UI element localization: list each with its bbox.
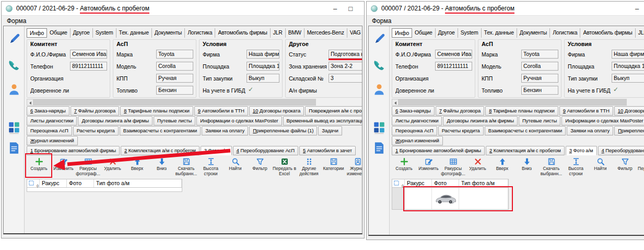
field-value[interactable]: Площадка 1 xyxy=(612,62,644,71)
phone-icon[interactable] xyxy=(7,59,21,72)
toolbar-button[interactable]: Передать в Excel xyxy=(637,157,644,177)
sub-tab[interactable]: Путевые листы xyxy=(519,116,560,126)
column-header-type[interactable]: Тип фото а/м xyxy=(94,179,182,187)
minimize-button[interactable]: – xyxy=(333,5,337,13)
toolbar-button[interactable]: Фильтр xyxy=(613,157,637,172)
field-value[interactable]: Бензин xyxy=(156,86,193,95)
table-row[interactable] xyxy=(392,188,509,210)
top-tab[interactable]: Логистика xyxy=(185,28,215,38)
row-header-cell[interactable] xyxy=(392,188,405,209)
toolbar-button[interactable]: Ракурсы фотограф... xyxy=(76,157,100,177)
top-tab[interactable]: BMW xyxy=(286,28,305,38)
pen-icon[interactable] xyxy=(7,32,21,46)
table-view-icon[interactable]: 0 xyxy=(392,179,405,187)
scroll-left-icon[interactable] xyxy=(392,99,399,106)
field-value[interactable]: Toyota xyxy=(521,50,558,59)
menu-item-forma[interactable]: Форма xyxy=(7,17,26,25)
field-value[interactable]: Наша фирма 1 xyxy=(612,50,644,59)
pen-icon[interactable] xyxy=(372,32,386,46)
toolbar-button[interactable]: Другие действия xyxy=(297,157,321,177)
toolbar-button[interactable]: Высота строки xyxy=(564,157,588,177)
field-value[interactable]: Бензин xyxy=(521,86,558,95)
top-tab[interactable]: Автомобиль фирмы xyxy=(215,28,270,38)
field-value[interactable] xyxy=(329,86,362,95)
toolbar-button[interactable]: Вниз xyxy=(149,157,174,172)
field-value[interactable]: Выкуп xyxy=(247,74,279,83)
column-header-photo[interactable]: Фото xyxy=(432,179,459,187)
toolbar-button[interactable]: Категории xyxy=(321,157,346,172)
document-icon[interactable] xyxy=(372,141,386,155)
toolbar-button[interactable]: Журнал изменений xyxy=(346,157,362,177)
photo-cell[interactable] xyxy=(432,188,459,209)
person-icon[interactable] xyxy=(372,83,386,96)
top-tab[interactable]: Тех. данные xyxy=(116,28,152,38)
sub-tab[interactable]: 4 Переоборудование АсП xyxy=(233,146,298,155)
sub-tab[interactable]: Расчеты кредита xyxy=(73,126,119,135)
apps-grid-icon[interactable] xyxy=(372,120,386,134)
top-tab[interactable]: Общие xyxy=(412,28,436,38)
field-value[interactable]: Corolla xyxy=(156,62,193,71)
sub-tab[interactable]: 5 Автомобили в зачет xyxy=(299,146,356,155)
sub-tab[interactable]: 10 Договоры проката xyxy=(614,106,644,116)
sub-tab[interactable]: 6 Заказ-наряды xyxy=(27,106,69,116)
toolbar-button[interactable]: Вверх xyxy=(490,157,514,172)
field-value[interactable]: Наша фирма 1 xyxy=(247,50,279,59)
field-value[interactable]: Семенов Иван xyxy=(435,50,472,59)
toolbar-button[interactable]: Создать xyxy=(392,157,416,172)
sub-tab[interactable]: Информации о сделках MaxPoster xyxy=(561,116,644,126)
sub-tab[interactable]: Переоценка АсП xyxy=(27,126,72,135)
sub-tab[interactable]: 2 Комплектация а/м с пробегом xyxy=(486,146,565,155)
sub-tab[interactable]: 6 Заказ-наряды xyxy=(392,106,435,116)
scrollbar-thumb[interactable] xyxy=(33,99,316,106)
sub-tab[interactable]: Журнал изменений xyxy=(392,136,443,145)
field-value[interactable]: Ручная xyxy=(521,74,558,83)
top-tab[interactable]: Инфо xyxy=(392,28,412,38)
toolbar-button[interactable]: Найти xyxy=(223,157,248,172)
sub-tab[interactable]: Задачи xyxy=(318,126,342,135)
column-header-photo[interactable]: Фото xyxy=(67,179,94,187)
column-header-rakurs[interactable]: Ракурс xyxy=(405,179,432,187)
field-value[interactable]: Семенов Иван xyxy=(70,50,107,59)
top-tab[interactable]: JLR xyxy=(636,28,644,38)
sub-tab[interactable]: Листы диагностики xyxy=(392,116,442,126)
top-tab[interactable]: System xyxy=(458,28,482,38)
field-value[interactable]: Площадка 1 xyxy=(247,62,279,71)
sub-tab[interactable]: Заявки на оплату xyxy=(567,126,613,135)
sub-tab[interactable]: Договоры лизинга а/м фирмы xyxy=(443,116,518,126)
sub-tab[interactable]: 7 Файлы договора xyxy=(436,106,484,116)
top-tab[interactable]: Автомобиль фирмы xyxy=(580,28,635,38)
sub-tab[interactable]: 8 Тарифные планы подписки xyxy=(485,106,558,116)
toolbar-button[interactable]: Скачать выбранн... xyxy=(539,157,564,177)
toolbar-button[interactable]: Удалить xyxy=(100,157,125,172)
field-value[interactable]: Corolla xyxy=(521,62,558,71)
sub-tab[interactable]: Повреждения а/м с пробегом xyxy=(305,106,362,116)
person-icon[interactable] xyxy=(7,83,21,96)
toolbar-button[interactable]: Изменить xyxy=(416,157,441,172)
phone-icon[interactable] xyxy=(372,59,386,72)
sub-tab[interactable]: 9 Автомобили в ТТН xyxy=(559,106,613,116)
empty-table-body[interactable] xyxy=(27,188,182,192)
top-tab[interactable]: Документы xyxy=(152,28,185,38)
scrollbar-thumb[interactable] xyxy=(399,99,627,106)
sub-tab[interactable]: 9 Автомобили в ТТН xyxy=(194,106,248,116)
toolbar-button[interactable]: Скачать выбранн... xyxy=(174,157,198,177)
top-tab[interactable]: Документы xyxy=(517,28,550,38)
field-value[interactable]: Зона 2-2 xyxy=(329,62,362,71)
sub-tab[interactable]: 4 Переоборудование АсП xyxy=(598,146,644,155)
top-tab[interactable]: Другое xyxy=(436,28,458,38)
toolbar-button[interactable]: Ракурсы фотограф... xyxy=(441,157,465,177)
toolbar-button[interactable]: Фильтр xyxy=(248,157,272,172)
sub-tab[interactable]: Прикрепленные файлы (1) xyxy=(614,126,644,135)
sub-tab[interactable]: Взаиморасчеты с контрагентами xyxy=(485,126,566,135)
top-tab[interactable]: VAG xyxy=(347,28,362,38)
rakurs-cell[interactable] xyxy=(405,188,432,209)
toolbar-button[interactable]: Передать в Excel xyxy=(272,157,297,177)
toolbar-button[interactable]: Изменить xyxy=(51,157,76,172)
field-value[interactable] xyxy=(435,74,472,83)
sub-tab[interactable]: Расчеты кредита xyxy=(438,126,484,135)
field-value[interactable] xyxy=(70,86,107,95)
sub-tab[interactable]: Переоценка АсП xyxy=(392,126,437,135)
sub-tab[interactable]: 8 Тарифные планы подписки xyxy=(120,106,193,116)
top-tab[interactable]: Инфо xyxy=(27,28,47,38)
toolbar-button[interactable]: Вверх xyxy=(125,157,149,172)
